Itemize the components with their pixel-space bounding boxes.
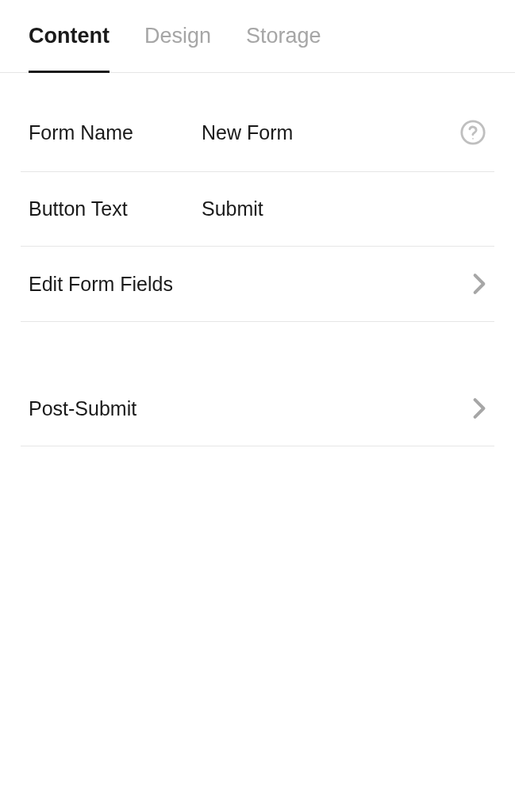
button-text-label: Button Text bbox=[29, 197, 202, 220]
tab-design[interactable]: Design bbox=[144, 24, 211, 72]
button-text-row: Button Text bbox=[21, 172, 494, 247]
svg-point-1 bbox=[472, 138, 474, 140]
post-submit-row[interactable]: Post-Submit bbox=[21, 371, 494, 446]
chevron-right-icon bbox=[472, 396, 486, 420]
form-name-input[interactable] bbox=[202, 121, 459, 144]
tab-content[interactable]: Content bbox=[29, 24, 110, 72]
post-submit-label: Post-Submit bbox=[29, 397, 136, 420]
section-gap bbox=[21, 322, 494, 371]
tabs-bar: Content Design Storage bbox=[0, 0, 515, 73]
svg-point-0 bbox=[462, 121, 484, 144]
content-panel: Form Name Button Text Edit Form Fields P… bbox=[0, 73, 515, 446]
tab-storage[interactable]: Storage bbox=[246, 24, 321, 72]
edit-form-fields-label: Edit Form Fields bbox=[29, 273, 173, 296]
button-text-input[interactable] bbox=[202, 197, 486, 220]
edit-form-fields-row[interactable]: Edit Form Fields bbox=[21, 247, 494, 322]
form-name-row: Form Name bbox=[21, 73, 494, 172]
chevron-right-icon bbox=[472, 272, 486, 296]
form-name-label: Form Name bbox=[29, 121, 202, 144]
help-icon[interactable] bbox=[459, 119, 486, 146]
